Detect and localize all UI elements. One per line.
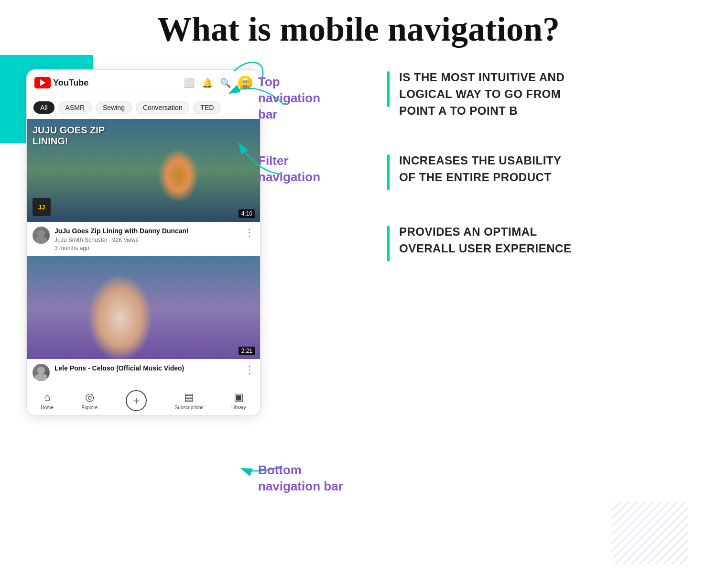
header-icons: ⬜ 🔔 🔍 🧝 xyxy=(184,76,252,90)
filter-nav-annotation: Filter navigation xyxy=(258,153,320,185)
hatch-decoration xyxy=(612,502,688,564)
video2-duration: 2:21 xyxy=(239,347,255,355)
bullet-text-2: INCREASES THE USABILITY OF THE ENTIRE PR… xyxy=(399,152,562,186)
page-title: What is mobile navigation? xyxy=(0,10,717,49)
nav-explore[interactable]: ◎ Explore xyxy=(82,391,98,410)
video1-overlay-title: JUJU GOES ZIP LINING! xyxy=(33,125,138,147)
nav-home-label: Home xyxy=(41,405,54,410)
add-icon[interactable]: ＋ xyxy=(126,390,147,411)
cast-icon[interactable]: ⬜ xyxy=(184,77,195,88)
search-icon[interactable]: 🔍 xyxy=(220,77,231,88)
video2-title: Lele Pons - Celoso (Official Music Video… xyxy=(54,364,240,372)
video1-duration: 4:10 xyxy=(239,209,255,218)
video1-meta: JuJu Goes Zip Lining with Danny Duncan! … xyxy=(54,227,240,251)
nav-home[interactable]: ⌂ Home xyxy=(41,391,54,410)
video2-meta: Lele Pons - Celoso (Official Music Video… xyxy=(54,364,240,372)
nav-subscriptions[interactable]: ▤ Subscriptions xyxy=(175,391,204,410)
bottom-nav-label: Bottom navigation bar xyxy=(258,462,343,495)
bullet-bar-3 xyxy=(387,226,390,261)
bullet-item-2: INCREASES THE USABILITY OF THE ENTIRE PR… xyxy=(387,152,688,190)
youtube-logo: YouTube xyxy=(34,77,88,88)
nav-subscriptions-label: Subscriptions xyxy=(175,405,204,410)
subscriptions-icon: ▤ xyxy=(184,391,194,403)
channel2-avatar xyxy=(33,364,50,381)
top-nav-label: Top navigation bar xyxy=(258,74,320,122)
bullet-text-1: IS THE MOST INTUITIVE AND LOGICAL WAY TO… xyxy=(399,69,565,119)
bullet-item-1: IS THE MOST INTUITIVE AND LOGICAL WAY TO… xyxy=(387,69,688,119)
filter-chip-ted[interactable]: TED xyxy=(193,101,221,114)
filter-bar: All ASMR Sewing Conversation TED xyxy=(27,96,260,119)
home-icon: ⌂ xyxy=(44,391,50,403)
bullet-bar-1 xyxy=(387,71,390,107)
video2-thumbnail[interactable]: 2:21 xyxy=(27,256,260,359)
svg-point-4 xyxy=(37,367,45,374)
nav-explore-label: Explore xyxy=(82,405,98,410)
yt-logo-icon xyxy=(34,77,51,88)
bottom-nav-bar: ⌂ Home ◎ Explore ＋ ▤ Subscriptions ▣ Lib… xyxy=(27,386,260,415)
right-content: IS THE MOST INTUITIVE AND LOGICAL WAY TO… xyxy=(387,69,688,295)
video1-thumbnail[interactable]: JUJU GOES ZIP LINING! JJ 4:10 xyxy=(27,119,260,222)
channel1-avatar xyxy=(33,227,50,244)
youtube-header: YouTube ⬜ 🔔 🔍 🧝 xyxy=(27,70,260,96)
video1-title: JuJu Goes Zip Lining with Danny Duncan! xyxy=(54,227,240,235)
bullet-bar-2 xyxy=(387,154,390,190)
filter-chip-conversation[interactable]: Conversation xyxy=(136,101,190,114)
filter-chip-asmr[interactable]: ASMR xyxy=(58,101,92,114)
video1-more-icon[interactable]: ⋮ xyxy=(245,227,254,238)
bottom-nav-annotation: Bottom navigation bar xyxy=(258,462,343,495)
bullet-item-3: PROVIDES AN OPTIMAL OVERALL USER EXPERIE… xyxy=(387,224,688,261)
bell-icon[interactable]: 🔔 xyxy=(202,77,213,88)
yt-logo-text: YouTube xyxy=(53,78,88,88)
svg-point-5 xyxy=(35,373,47,381)
svg-point-3 xyxy=(35,236,47,244)
video1-channel: JuJu Smith-Schuster · 92K views xyxy=(54,237,240,243)
nav-library-label: Library xyxy=(231,405,246,410)
top-nav-annotation: Top navigation bar xyxy=(258,74,320,122)
user-avatar[interactable]: 🧝 xyxy=(238,76,252,90)
video1-time: 3 months ago xyxy=(54,245,240,251)
filter-nav-label: Filter navigation xyxy=(258,153,320,185)
library-icon: ▣ xyxy=(234,391,244,403)
mobile-mockup: YouTube ⬜ 🔔 🔍 🧝 All ASMR Sewing Conversa… xyxy=(26,69,261,415)
svg-point-2 xyxy=(37,229,45,237)
video2-info: Lele Pons - Celoso (Official Music Video… xyxy=(27,359,260,386)
filter-chip-sewing[interactable]: Sewing xyxy=(96,101,132,114)
filter-chip-all[interactable]: All xyxy=(33,101,54,114)
video1-info: JuJu Goes Zip Lining with Danny Duncan! … xyxy=(27,222,260,256)
bullet-text-3: PROVIDES AN OPTIMAL OVERALL USER EXPERIE… xyxy=(399,224,571,257)
nav-add[interactable]: ＋ xyxy=(126,390,147,411)
channel-logo-overlay: JJ xyxy=(33,198,51,216)
nav-library[interactable]: ▣ Library xyxy=(231,391,246,410)
video2-more-icon[interactable]: ⋮ xyxy=(245,364,254,375)
svg-rect-1 xyxy=(612,502,688,564)
explore-icon: ◎ xyxy=(85,391,94,403)
